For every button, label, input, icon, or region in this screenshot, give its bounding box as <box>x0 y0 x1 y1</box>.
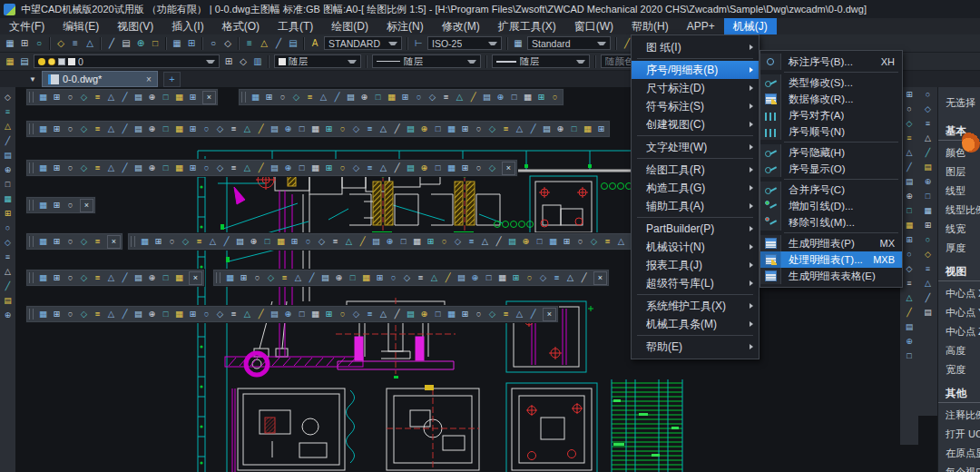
menubar-item-8[interactable]: 标注(N) <box>377 18 433 34</box>
toolbar-icon[interactable]: ○ <box>412 91 426 103</box>
submenu-item-4[interactable]: 序号对齐(A) <box>760 107 902 123</box>
toolbar-icon[interactable]: ○ <box>472 308 485 320</box>
draw-tool-icon[interactable]: ╱ <box>1 279 15 292</box>
menubar-item-7[interactable]: 绘图(D) <box>322 18 377 34</box>
tool-icon[interactable]: ▤ <box>903 320 916 333</box>
toolbar-icon[interactable]: △ <box>104 123 118 135</box>
mech-menu-item-1[interactable]: 图 纸(I) <box>632 38 759 56</box>
toolbar-icon[interactable]: ▤ <box>404 123 417 135</box>
floating-toolbar-8[interactable]: ▦⊞○◇≡△╱▤⊕□▦× <box>25 269 205 287</box>
tool-icon[interactable]: ⊞ <box>903 232 916 246</box>
tool-icon[interactable]: ⊕ <box>903 334 916 348</box>
toolbar-icon[interactable]: △ <box>317 91 330 103</box>
toolbar-icon[interactable]: ⊞ <box>509 271 523 284</box>
toolbar-icon[interactable]: ▦ <box>138 235 152 248</box>
toolbar-icon[interactable]: ╱ <box>118 123 132 135</box>
toolbar-grip-icon[interactable] <box>241 92 246 103</box>
draw-tool-icon[interactable]: △ <box>1 264 15 278</box>
toolbar-icon[interactable]: △ <box>427 271 441 284</box>
tool-icon[interactable]: △ <box>921 131 935 144</box>
toolbar-icon[interactable]: ⊕ <box>519 235 533 248</box>
toolbar-icon[interactable]: ▤ <box>404 308 417 320</box>
toolbar-icon[interactable]: ○ <box>64 199 77 211</box>
toolbar-icon[interactable]: □ <box>371 91 385 103</box>
submenu-item-9[interactable]: 增加引线(D)... <box>760 198 902 214</box>
toolbar-icon[interactable]: ▦ <box>172 91 186 103</box>
toolbar-icon[interactable]: ○ <box>64 235 77 248</box>
property-row[interactable]: 中心点 X <box>938 284 980 303</box>
draw-tool-icon[interactable]: ○ <box>1 221 15 234</box>
toolbar-icon[interactable]: ╱ <box>118 271 132 284</box>
tool-icon[interactable]: ◇ <box>921 102 935 115</box>
toolbar-icon[interactable]: ◇ <box>451 235 465 248</box>
toolbar-icon[interactable]: ○ <box>336 162 349 174</box>
open-file-icon[interactable]: ⊞ <box>17 36 32 50</box>
toolbar-icon[interactable]: ≡ <box>363 308 377 320</box>
mech-menu-item-13[interactable]: 超级符号库(L) <box>632 274 759 292</box>
toolbar-icon[interactable]: ╱ <box>118 91 132 103</box>
draw-tool-icon[interactable]: ◇ <box>1 235 15 249</box>
toolbar-icon[interactable]: ◇ <box>77 235 91 248</box>
mech-menu-item-3[interactable]: 尺寸标注(D) <box>632 79 759 97</box>
toolbar-icon[interactable]: ⊞ <box>398 91 412 103</box>
toolbar-grip-icon[interactable] <box>29 236 34 247</box>
toolbar-icon[interactable]: ◇ <box>349 308 363 320</box>
toolbar-icon[interactable]: ▦ <box>359 271 373 284</box>
selection-state[interactable]: 无选择 <box>938 87 980 117</box>
toolbar-icon[interactable]: ⊕ <box>383 235 397 248</box>
tool-icon[interactable]: ⊞ <box>903 87 916 101</box>
mech-menu-item-5[interactable]: 创建视图(C) <box>632 115 759 133</box>
layer-isolate-icon[interactable]: ▥ <box>250 54 265 68</box>
tool-icon[interactable]: ≡ <box>903 131 916 144</box>
toolbar-grip-icon[interactable] <box>29 162 34 173</box>
floating-toolbar-6[interactable]: ▦⊞○◇≡× <box>25 232 123 251</box>
toolbar-grip-icon[interactable] <box>29 309 34 320</box>
toolbar-icon[interactable]: ▦ <box>249 91 262 103</box>
menubar-item-12[interactable]: 帮助(H) <box>622 18 678 34</box>
toolbar-icon[interactable]: ⊞ <box>50 91 64 103</box>
toolbar-icon[interactable]: △ <box>240 123 254 135</box>
toolbar-grip-icon[interactable] <box>29 272 34 283</box>
toolbar-grip-icon[interactable] <box>29 92 34 103</box>
floating-toolbar-9[interactable]: ▦⊞○◇≡△╱▤⊕□▦⊞○◇≡△╱▤⊕□▦⊞○◇≡△╱× <box>212 269 610 287</box>
toolbar-icon[interactable]: ⊕ <box>468 271 482 284</box>
toolbar-icon[interactable]: △ <box>104 271 118 284</box>
property-row[interactable]: 厚度 <box>938 239 980 258</box>
toolbar-icon[interactable]: ◇ <box>77 91 91 103</box>
draw-tool-icon[interactable]: ≡ <box>1 250 15 263</box>
toolbar-icon[interactable]: ▤ <box>480 91 494 103</box>
property-row[interactable]: 图层 <box>938 162 980 182</box>
property-row[interactable]: 打开 UCS <box>938 425 980 444</box>
toolbar-icon[interactable]: ╱ <box>466 91 480 103</box>
toolbar-icon[interactable]: ○ <box>200 162 213 174</box>
toolbar-icon[interactable]: □ <box>159 271 172 284</box>
toolbar-icon[interactable]: △ <box>342 235 356 248</box>
undo-icon[interactable]: ▦ <box>170 36 184 50</box>
toolbar-icon[interactable]: ⊞ <box>186 91 200 103</box>
menubar-item-4[interactable]: 插入(I) <box>162 18 212 34</box>
draw-tool-icon[interactable]: ⊕ <box>1 162 15 176</box>
toolbar-icon[interactable]: ⊕ <box>281 308 295 320</box>
toolbar-icon[interactable]: ╱ <box>118 308 132 320</box>
toolbar-icon[interactable]: ⊕ <box>145 123 159 135</box>
toolbar-icon[interactable]: ⊞ <box>152 235 165 248</box>
draw-tool-icon[interactable]: □ <box>1 177 15 191</box>
save-icon[interactable]: ○ <box>32 36 46 50</box>
draw-tool-icon[interactable]: ⊞ <box>1 206 15 220</box>
toolbar-icon[interactable]: □ <box>159 162 172 174</box>
submenu-item-8[interactable]: 合并序号(C) <box>760 182 902 198</box>
toolbar-icon[interactable]: ◇ <box>213 162 227 174</box>
toolbar-icon[interactable]: ⊞ <box>186 308 200 320</box>
draw-tool-icon[interactable]: ▤ <box>1 293 15 307</box>
lineweight-combo[interactable]: 随层 <box>492 54 590 68</box>
tool-icon[interactable]: ▦ <box>921 203 935 217</box>
property-row[interactable]: 宽度 <box>938 360 980 379</box>
toolbar-icon[interactable]: ╱ <box>526 308 540 320</box>
toolbar-icon[interactable]: ○ <box>548 91 562 103</box>
toolbar-icon[interactable]: ⊞ <box>534 91 548 103</box>
toolbar-icon[interactable]: ▤ <box>318 271 332 284</box>
toolbar-icon[interactable]: ▦ <box>172 162 186 174</box>
toolbar-icon[interactable]: ╱ <box>220 235 233 248</box>
toolbar-icon[interactable]: □ <box>346 271 359 284</box>
mech-menu-item-6[interactable]: 文字处理(W) <box>632 138 759 156</box>
